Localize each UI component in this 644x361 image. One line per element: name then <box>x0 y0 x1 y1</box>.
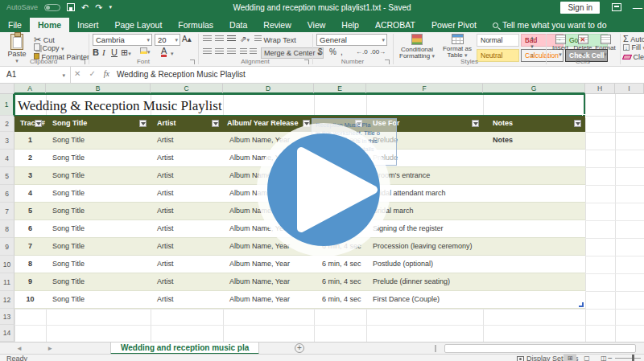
enter-icon[interactable]: ✓ <box>89 69 95 78</box>
cell-artist[interactable]: Artist <box>157 224 174 232</box>
cell-artist[interactable]: Artist <box>157 207 174 215</box>
sign-in-button[interactable]: Sign in <box>560 2 600 14</box>
cell-track[interactable]: 5 <box>14 207 46 215</box>
minimize-button[interactable]: — <box>633 2 642 14</box>
clipboard-launcher-icon[interactable] <box>80 59 85 64</box>
cell-artist[interactable]: Artist <box>157 242 174 250</box>
row-header-8[interactable]: 8 <box>0 220 14 238</box>
tab-page-layout[interactable]: Page Layout <box>106 18 170 32</box>
cell-track[interactable]: 2 <box>14 154 46 162</box>
row-header-7[interactable]: 7 <box>0 203 14 220</box>
cell-song[interactable]: Song Title <box>52 260 85 268</box>
cell-track[interactable]: 4 <box>14 189 46 197</box>
cell-duration[interactable]: 6 min, 4 sec <box>322 260 361 268</box>
filter-dropdown-icon[interactable] <box>35 120 42 127</box>
row-header-3[interactable]: 3 <box>0 132 14 150</box>
cell-artist[interactable]: Artist <box>157 136 174 144</box>
cell-artist[interactable]: Artist <box>157 154 174 162</box>
font-launcher-icon[interactable] <box>190 59 195 64</box>
cell-artist[interactable]: Artist <box>157 277 174 285</box>
insert-cells-button[interactable]: Insert ▾ <box>549 35 572 58</box>
grow-font-icon[interactable]: A▴ <box>182 35 192 43</box>
zoom-slider-thumb[interactable] <box>632 355 634 361</box>
conditional-formatting-button[interactable]: ConditionalFormatting ▾ <box>396 34 438 59</box>
normal-view-button[interactable]: ⊞ <box>564 354 576 361</box>
cell-track[interactable]: 3 <box>14 171 46 179</box>
cell-album[interactable]: Album Name, Year <box>229 277 290 285</box>
styles-gallery-scroll[interactable]: ▲▼≡ <box>528 34 536 60</box>
row-header-9[interactable]: 9 <box>0 238 14 256</box>
align-bottom-icon[interactable] <box>227 35 236 43</box>
decrease-indent-icon[interactable] <box>240 48 247 55</box>
tab-file[interactable]: File <box>0 18 30 32</box>
italic-button[interactable]: I <box>102 47 105 57</box>
zoom-out-button[interactable]: − <box>608 354 613 361</box>
format-cells-button[interactable]: Format ▾ <box>594 35 617 58</box>
cell-track[interactable]: 7 <box>14 242 46 250</box>
cell-song[interactable]: Song Title <box>52 242 85 250</box>
page-layout-view-button[interactable]: ▢ <box>580 354 593 361</box>
cell-song[interactable]: Song Title <box>52 154 85 162</box>
cell-song[interactable]: Song Title <box>52 136 85 144</box>
zoom-slider[interactable] <box>615 358 641 359</box>
align-center-icon[interactable] <box>215 48 224 55</box>
cell-track[interactable]: 1 <box>14 136 46 144</box>
cell-artist[interactable]: Artist <box>157 189 174 197</box>
align-right-icon[interactable] <box>227 48 236 55</box>
cell-song[interactable]: Song Title <box>52 295 85 303</box>
tab-power-pivot[interactable]: Power Pivot <box>423 18 485 32</box>
percent-style-icon[interactable]: % <box>329 47 336 56</box>
cell-artist[interactable]: Artist <box>157 260 174 268</box>
accounting-format-icon[interactable]: $ <box>318 47 323 56</box>
scrollbar-split-handle[interactable] <box>435 345 437 352</box>
filter-dropdown-icon[interactable] <box>574 120 581 127</box>
align-left-icon[interactable] <box>203 48 212 55</box>
row-header-12[interactable]: 12 <box>0 291 14 309</box>
table-resize-handle[interactable] <box>579 302 584 307</box>
tab-formulas[interactable]: Formulas <box>170 18 221 32</box>
sheet-tab-active[interactable]: Wedding and reception music pla <box>110 343 259 355</box>
column-header-I[interactable]: I <box>615 84 644 94</box>
number-format-combo[interactable]: General▾ <box>316 34 387 46</box>
cell-album[interactable]: Album Name, Year <box>229 295 290 303</box>
tab-home[interactable]: Home <box>30 18 69 32</box>
column-header-H[interactable]: H <box>585 84 615 94</box>
row-header-4[interactable]: 4 <box>0 150 14 167</box>
autosum-button[interactable]: Σ AutoSum ▾ <box>623 34 644 43</box>
copy-button[interactable]: Copy ▾ <box>34 43 64 52</box>
row-header-11[interactable]: 11 <box>0 273 14 291</box>
font-color-dropdown-icon[interactable]: ▾ <box>171 49 174 57</box>
cell-track[interactable]: 6 <box>14 224 46 232</box>
formula-input[interactable]: Wedding & Reception Music Playlist <box>117 70 246 79</box>
tab-insert[interactable]: Insert <box>69 18 106 32</box>
cell-track[interactable]: 9 <box>14 277 46 285</box>
cell-track[interactable]: 10 <box>14 295 46 303</box>
cell-track[interactable]: 8 <box>14 260 46 268</box>
bold-button[interactable]: B <box>93 47 99 57</box>
fill-button[interactable]: ↓ Fill ▾ <box>623 43 644 51</box>
cell-use-for[interactable]: First Dance (Couple) <box>373 295 440 303</box>
orientation-icon[interactable]: ⇗▾ <box>240 35 250 43</box>
row-header-13[interactable]: 13 <box>0 309 14 325</box>
align-middle-icon[interactable] <box>215 35 224 43</box>
align-top-icon[interactable] <box>203 35 212 43</box>
cell-song[interactable]: Song Title <box>52 277 85 285</box>
tab-review[interactable]: Review <box>255 18 299 32</box>
sheet-nav-arrows[interactable]: ◄ ► <box>16 345 64 352</box>
row-header-5[interactable]: 5 <box>0 167 14 185</box>
wrap-text-button[interactable]: Wrap Text <box>254 35 296 44</box>
cell-artist[interactable]: Artist <box>157 171 174 179</box>
cell-song[interactable]: Song Title <box>52 189 85 197</box>
delete-cells-button[interactable]: Delete ▾ <box>572 35 594 58</box>
play-button-icon[interactable] <box>256 122 391 257</box>
tab-acrobat[interactable]: ACROBAT <box>367 18 423 32</box>
namebox-dropdown-icon[interactable]: ▾ <box>62 72 65 79</box>
filter-dropdown-icon[interactable] <box>139 120 147 127</box>
select-all-corner[interactable] <box>0 84 14 94</box>
cell-use-for[interactable]: Prelude (dinner seating) <box>373 277 450 285</box>
increase-indent-icon[interactable] <box>250 48 257 55</box>
style-chip-normal[interactable]: Normal <box>477 34 519 47</box>
row-header-2[interactable]: 2 <box>0 116 14 132</box>
underline-button[interactable]: U <box>111 47 118 57</box>
cancel-icon[interactable]: ✕ <box>74 69 80 78</box>
